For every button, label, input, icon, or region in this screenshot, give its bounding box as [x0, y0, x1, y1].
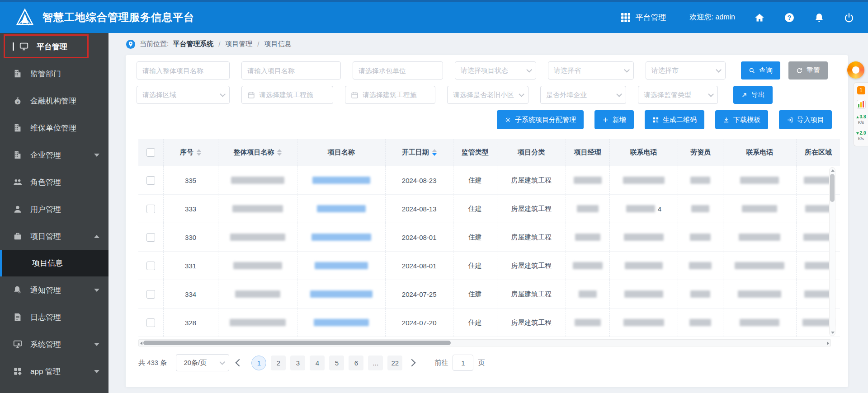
- download-icon: [723, 117, 730, 123]
- breadcrumb-item-project-mgmt[interactable]: 项目管理: [225, 40, 252, 48]
- page-button-22[interactable]: 22: [387, 356, 402, 370]
- redacted-project-name-link[interactable]: [315, 262, 368, 269]
- table-row: 328 2024-07-20 住建 房屋建筑工程: [138, 309, 840, 337]
- col-header-seq[interactable]: 序号: [164, 139, 218, 166]
- redacted-project-name-link[interactable]: [314, 319, 369, 326]
- redacted-overall-name: [233, 262, 282, 269]
- scroll-left-arrow[interactable]: [140, 342, 142, 345]
- col-header-start-date[interactable]: 开工日期: [386, 139, 453, 166]
- project-name-input[interactable]: [247, 67, 335, 75]
- page-button-4[interactable]: 4: [310, 356, 325, 370]
- page-button-2[interactable]: 2: [271, 356, 286, 370]
- sidebar-subitem-project-info[interactable]: 项目信息: [0, 250, 108, 276]
- outside-enterprise-select[interactable]: 是否外埠企业: [540, 86, 626, 104]
- row-checkbox[interactable]: [146, 290, 155, 299]
- notification-bell-icon[interactable]: [814, 12, 825, 23]
- sidebar-item-log-mgmt[interactable]: 日志管理: [0, 304, 108, 331]
- goto-page-input[interactable]: [453, 355, 473, 371]
- download-template-button[interactable]: 下载模板: [715, 110, 768, 129]
- sidebar-item-system-mgmt[interactable]: 系统管理: [0, 331, 108, 358]
- sidebar-item-platform-mgmt[interactable]: 平台管理: [0, 33, 108, 60]
- horizontal-scrollbar[interactable]: [138, 339, 831, 346]
- reset-button[interactable]: 重置: [788, 61, 828, 80]
- sidebar-item-user-mgmt[interactable]: 用户管理: [0, 196, 108, 223]
- row-checkbox[interactable]: [146, 176, 155, 185]
- sidebar-item-notice-mgmt[interactable]: 通知管理: [0, 276, 108, 304]
- city-select[interactable]: 请选择市: [646, 61, 726, 80]
- breadcrumb-item-project-info: 项目信息: [264, 40, 292, 48]
- construction-date-end-picker[interactable]: 请选择建筑工程施: [345, 86, 435, 104]
- sort-icons[interactable]: [277, 149, 282, 156]
- search-icon: [749, 67, 755, 74]
- page-button-1[interactable]: 1: [251, 356, 266, 370]
- search-button[interactable]: 查询: [741, 61, 780, 80]
- row-checkbox[interactable]: [146, 262, 155, 270]
- scroll-down-arrow[interactable]: [831, 332, 835, 334]
- old-community-select[interactable]: 请选择是否老旧小区: [447, 86, 528, 104]
- sort-icons-active[interactable]: [432, 149, 437, 156]
- stats-bars-icon[interactable]: [857, 100, 866, 109]
- extension-circle-icon[interactable]: [847, 61, 864, 79]
- region-select[interactable]: 请选择区域: [137, 86, 230, 104]
- sidebar-item-enterprise-mgmt[interactable]: 企业管理: [0, 141, 108, 168]
- page-button-5[interactable]: 5: [329, 356, 344, 370]
- add-button[interactable]: 新增: [594, 110, 634, 129]
- overall-project-name-input[interactable]: [142, 67, 224, 75]
- grid-menu-icon: [620, 12, 631, 23]
- export-button[interactable]: 导出: [733, 86, 773, 104]
- sidebar-item-supervision-dept[interactable]: 监管部门: [0, 60, 108, 87]
- scroll-up-arrow[interactable]: [831, 169, 835, 172]
- upload-speed: 3.8 K/s: [856, 114, 866, 125]
- row-checkbox[interactable]: [146, 233, 155, 242]
- breadcrumb-prefix: 当前位置:: [140, 40, 169, 48]
- construction-date-start-picker[interactable]: 请选择建筑工程施: [241, 86, 333, 104]
- row-checkbox[interactable]: [146, 318, 155, 327]
- col-header-overall-name[interactable]: 整体项目名称: [218, 139, 298, 166]
- redacted-project-name-link[interactable]: [317, 205, 366, 212]
- sidebar-item-project-mgmt[interactable]: 项目管理: [0, 223, 108, 250]
- select-all-checkbox[interactable]: [146, 148, 155, 157]
- supervise-type-select[interactable]: 请选择监管类型: [638, 86, 718, 104]
- page-button-6[interactable]: 6: [349, 356, 363, 370]
- row-checkbox[interactable]: [146, 205, 155, 213]
- vertical-scrollbar-thumb[interactable]: [830, 174, 835, 202]
- page-button-3[interactable]: 3: [290, 356, 305, 370]
- chevron-down-icon: [94, 289, 99, 292]
- power-logout-icon[interactable]: [844, 12, 854, 23]
- sort-icons[interactable]: [197, 149, 201, 156]
- import-project-button[interactable]: 导入项目: [779, 110, 832, 129]
- redacted-project-name-link[interactable]: [311, 234, 371, 241]
- help-icon[interactable]: ?: [784, 12, 795, 23]
- app-grid-icon: [13, 366, 23, 376]
- next-page-button[interactable]: [408, 359, 416, 367]
- redacted-project-name-link[interactable]: [310, 290, 373, 298]
- sidebar-item-maintenance-unit-mgmt[interactable]: 维保单位管理: [0, 114, 108, 141]
- supervise-type-cell: 住建: [453, 309, 497, 337]
- supervise-type-cell: 住建: [453, 280, 497, 308]
- prev-page-button[interactable]: [236, 359, 243, 367]
- subsystem-assign-button[interactable]: 子系统项目分配管理: [497, 110, 584, 129]
- redacted-region: [803, 234, 833, 241]
- vertical-scrollbar[interactable]: [829, 167, 835, 336]
- start-date-cell: 2024-08-23: [386, 166, 453, 194]
- horizontal-scrollbar-thumb[interactable]: [143, 341, 451, 345]
- username: admin: [715, 13, 735, 21]
- extension-badge[interactable]: 1: [857, 86, 865, 94]
- platform-menu[interactable]: 平台管理: [620, 12, 666, 23]
- redacted-project-name-link[interactable]: [312, 177, 370, 184]
- scroll-right-arrow[interactable]: [827, 342, 829, 345]
- sidebar-item-finance-org-mgmt[interactable]: ¥ 金融机构管理: [0, 87, 108, 114]
- sidebar-item-app-mgmt[interactable]: app 管理: [0, 358, 108, 385]
- page-size-select[interactable]: 20条/页: [176, 354, 229, 371]
- supervise-type-cell: 住建: [453, 166, 497, 194]
- generate-qrcode-button[interactable]: 生成二维码: [645, 110, 704, 129]
- project-status-select[interactable]: 请选择项目状态: [455, 61, 536, 80]
- category-cell: 房屋建筑工程: [497, 252, 566, 280]
- page-ellipsis[interactable]: ...: [368, 356, 383, 370]
- province-select[interactable]: 请选择省: [548, 61, 634, 80]
- sidebar-item-role-mgmt[interactable]: 角色管理: [0, 168, 108, 196]
- chevron-down-icon: [94, 370, 99, 373]
- chevron-down-icon: [526, 67, 532, 73]
- contractor-input[interactable]: [359, 67, 437, 75]
- home-icon[interactable]: [754, 12, 765, 23]
